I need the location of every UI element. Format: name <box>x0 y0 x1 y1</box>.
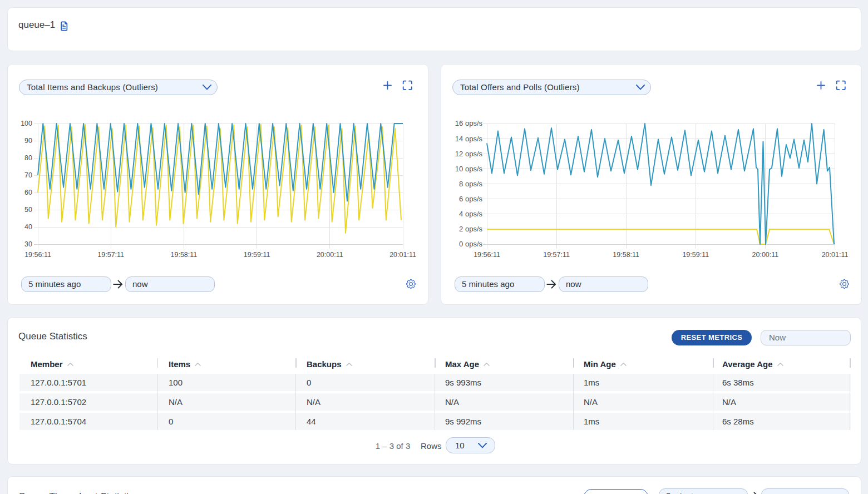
svg-text:19:57:11: 19:57:11 <box>543 251 570 259</box>
svg-text:50: 50 <box>24 206 32 214</box>
svg-text:60: 60 <box>24 189 32 196</box>
svg-text:19:59:11: 19:59:11 <box>682 251 709 259</box>
svg-text:19:59:11: 19:59:11 <box>244 251 270 259</box>
svg-text:90: 90 <box>24 137 32 145</box>
svg-text:19:57:11: 19:57:11 <box>97 251 124 259</box>
svg-text:70: 70 <box>24 171 32 179</box>
svg-text:12 ops/s: 12 ops/s <box>455 150 483 158</box>
svg-text:20:00:11: 20:00:11 <box>752 251 779 259</box>
svg-text:19:56:11: 19:56:11 <box>474 251 500 259</box>
svg-text:20:01:11: 20:01:11 <box>822 251 849 259</box>
svg-text:16 ops/s: 16 ops/s <box>455 119 483 127</box>
svg-text:2 ops/s: 2 ops/s <box>459 225 482 233</box>
svg-text:10 ops/s: 10 ops/s <box>455 165 483 173</box>
svg-text:19:58:11: 19:58:11 <box>613 251 639 259</box>
svg-text:8 ops/s: 8 ops/s <box>459 180 482 188</box>
svg-text:0 ops/s: 0 ops/s <box>459 240 482 248</box>
svg-text:19:56:11: 19:56:11 <box>24 251 51 259</box>
svg-text:6 ops/s: 6 ops/s <box>459 195 482 203</box>
svg-text:4 ops/s: 4 ops/s <box>459 210 482 218</box>
svg-text:19:58:11: 19:58:11 <box>171 251 198 259</box>
svg-text:40: 40 <box>24 223 32 231</box>
svg-text:100: 100 <box>21 120 32 127</box>
svg-text:80: 80 <box>24 154 32 162</box>
svg-text:20:00:11: 20:00:11 <box>317 251 343 259</box>
svg-text:14 ops/s: 14 ops/s <box>455 135 483 143</box>
svg-text:20:01:11: 20:01:11 <box>389 251 416 259</box>
svg-text:30: 30 <box>24 240 32 248</box>
